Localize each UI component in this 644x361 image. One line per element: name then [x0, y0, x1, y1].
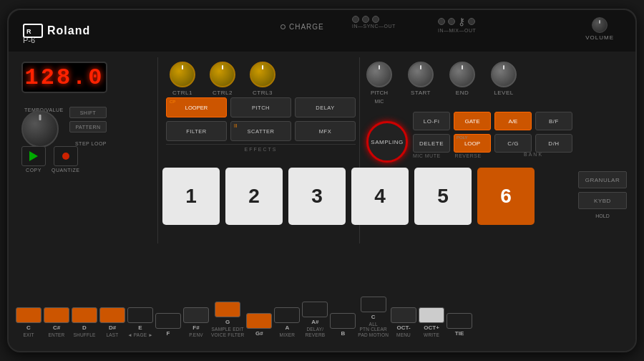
pad-c2-all: C ALLPTN CLEARPAD MOTION	[358, 297, 389, 338]
gate-button[interactable]: GATE	[454, 112, 491, 130]
pitch-label: PITCH	[371, 90, 388, 96]
pad-4[interactable]: 4	[351, 168, 409, 225]
volume-label: VOLUME	[585, 34, 614, 41]
shift-pattern-area: SHIFT PATTERN STEP LOOP	[69, 107, 107, 148]
ctrl1-knob[interactable]	[170, 62, 195, 87]
pad-ds-button[interactable]	[99, 307, 125, 323]
sync-out2-jack	[372, 16, 379, 23]
pad-as-button[interactable]	[302, 302, 328, 317]
pad-c-button[interactable]	[16, 307, 42, 323]
right-side-buttons: GRANULAR KYBD HOLD	[578, 171, 627, 218]
step-loop-label: STEP LOOP	[75, 141, 107, 146]
pad-a-button[interactable]	[274, 307, 300, 323]
model-name: P-6	[23, 36, 35, 44]
svg-text:R: R	[26, 28, 31, 35]
right-buttons-grid: LO-Fi GATE A/E B/F DELETE POLY LOOP C/G …	[413, 112, 572, 153]
pad-cs-button[interactable]	[44, 307, 69, 323]
start-label: START	[411, 90, 431, 96]
ctrl3-label: CTRL3	[253, 90, 273, 96]
cg-button[interactable]: C/G	[494, 134, 532, 153]
pad-octup-button[interactable]	[419, 307, 444, 323]
granular-button[interactable]: GRANULAR	[578, 171, 627, 188]
start-knob-group: START	[408, 62, 434, 104]
ctrl2-knob[interactable]	[210, 62, 235, 87]
pad-1[interactable]: 1	[162, 168, 220, 225]
looper-button[interactable]: CP LOOPER	[166, 97, 227, 117]
action-buttons: COPY QUANTIZE	[21, 146, 79, 173]
right-knobs-row: PITCH MIC START END LEVEL	[366, 62, 517, 104]
pad-d-button[interactable]	[72, 307, 97, 323]
quantize-button-group: QUANTIZE	[52, 146, 79, 173]
lofi-button[interactable]: LO-Fi	[413, 112, 450, 130]
effects-grid: CP LOOPER PITCH DELAY FILTER ||| SCATTER…	[166, 97, 356, 141]
sync-connectors: IN—SYNC—OUT	[352, 16, 396, 29]
copy-button[interactable]	[21, 146, 46, 166]
tempo-knob[interactable]	[21, 110, 59, 148]
pad-g-button[interactable]	[215, 302, 240, 317]
headphone-icon: ⚷	[458, 16, 465, 27]
hold-label: HOLD	[595, 213, 609, 218]
level-knob[interactable]	[491, 62, 517, 87]
delay-button[interactable]: DELAY	[295, 97, 356, 117]
pattern-button[interactable]: PATTERN	[69, 121, 107, 133]
pad-6[interactable]: 6	[477, 168, 535, 225]
pad-octup-write: OCT+ WRITE	[419, 307, 444, 338]
volume-knob[interactable]	[592, 17, 608, 33]
level-label: LEVEL	[494, 90, 513, 96]
pad-fs-button[interactable]	[183, 307, 209, 323]
mic-label: MIC	[375, 99, 384, 104]
pad-2[interactable]: 2	[225, 168, 283, 225]
pad-fs-penv: F# P.ENV	[183, 307, 209, 338]
pad-3[interactable]: 3	[288, 168, 346, 225]
pad-gs: G#	[246, 313, 272, 338]
mfx-button[interactable]: MFX	[295, 121, 356, 141]
bf-button[interactable]: B/F	[535, 112, 572, 130]
roland-p6-device: R Roland P-6 CHARGE IN—SYNC—OUT ⚷	[7, 9, 637, 352]
ctrl3-knob-group: CTRL3	[250, 62, 275, 96]
pitch-knob[interactable]	[366, 62, 392, 87]
ctrl2-label: CTRL2	[213, 90, 233, 96]
pad-a-mixer: A MIXER	[274, 307, 300, 338]
scatter-button[interactable]: ||| SCATTER	[230, 121, 291, 141]
pad-c-exit: C EXIT	[16, 307, 42, 338]
pads-row: 1 2 3 4 5 6	[162, 168, 535, 225]
filter-button[interactable]: FILTER	[166, 121, 227, 141]
display: 128.0	[21, 62, 107, 93]
pad-5[interactable]: 5	[414, 168, 472, 225]
pad-f-button[interactable]	[155, 313, 181, 329]
copy-button-group: COPY	[21, 146, 46, 173]
pad-c2-button[interactable]	[361, 297, 386, 312]
quantize-button[interactable]	[54, 146, 78, 166]
mix-out2-jack	[468, 18, 475, 25]
pad-ds-last: D# LAST	[99, 307, 125, 338]
pad-octdown-button[interactable]	[391, 307, 416, 323]
pad-b-button[interactable]	[330, 313, 356, 329]
pitch-effect-button[interactable]: PITCH	[230, 97, 291, 117]
effects-section: CP LOOPER PITCH DELAY FILTER ||| SCATTER…	[166, 97, 356, 152]
pad-e-button[interactable]	[127, 307, 153, 323]
ae-button[interactable]: A/E	[494, 112, 532, 130]
pad-gs-button[interactable]	[246, 313, 272, 329]
delete-button[interactable]: DELETE	[413, 134, 450, 153]
pad-g-sample: G SAMPLE EDITVOICE FILTER	[211, 302, 244, 338]
play-icon	[29, 151, 38, 161]
level-knob-group: LEVEL	[491, 62, 517, 104]
shift-button[interactable]: SHIFT	[69, 107, 107, 118]
pad-tie-button[interactable]	[447, 313, 472, 329]
ctrl3-knob[interactable]	[250, 62, 275, 87]
mix-connectors: ⚷ IN—MIX—OUT	[438, 16, 476, 33]
sampling-button[interactable]: SAMPLING	[366, 121, 408, 163]
pad-b: B	[330, 313, 356, 338]
record-icon	[62, 153, 69, 160]
end-label: END	[456, 90, 469, 96]
pad-f: F	[155, 313, 181, 338]
charge-led	[280, 24, 286, 29]
dh-button[interactable]: D/H	[535, 134, 572, 153]
loop-button[interactable]: POLY LOOP	[454, 134, 491, 153]
volume-area: VOLUME	[585, 17, 614, 41]
kybd-button[interactable]: KYBD	[578, 192, 627, 209]
charge-label: CHARGE	[289, 23, 324, 31]
ctrl1-label: CTRL1	[172, 90, 192, 96]
start-knob[interactable]	[408, 62, 434, 87]
end-knob[interactable]	[449, 62, 475, 87]
